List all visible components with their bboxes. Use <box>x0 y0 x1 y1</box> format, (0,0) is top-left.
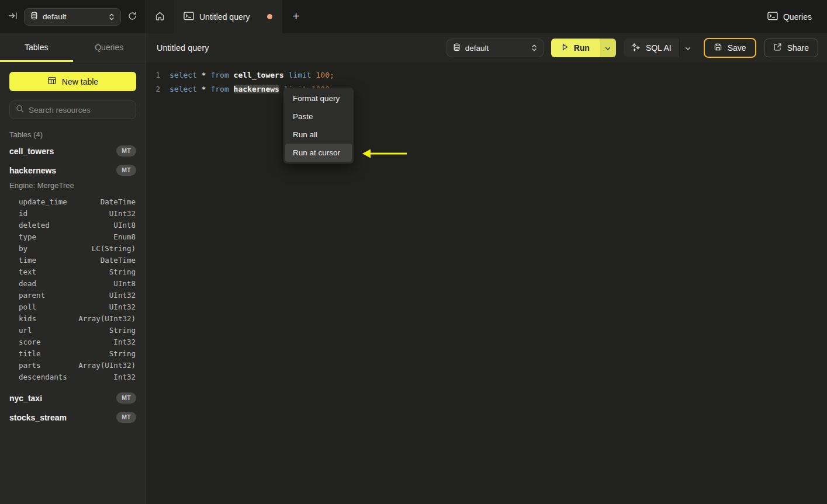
engine-badge: MT <box>116 165 136 176</box>
menu-item-format-query[interactable]: Format query <box>285 89 352 107</box>
column-name: by <box>19 244 27 253</box>
refresh-button[interactable] <box>127 11 137 23</box>
column-type: LC(String) <box>92 244 136 253</box>
engine-badge: MT <box>116 392 136 404</box>
column-row[interactable]: parentUInt32 <box>19 289 136 301</box>
sidebar-tab-tables[interactable]: Tables <box>0 33 73 61</box>
database-selector-value: default <box>465 44 489 53</box>
sql-ai-button[interactable]: SQL AI <box>624 39 679 57</box>
refresh-icon <box>127 11 137 23</box>
column-name: kids <box>19 314 36 323</box>
column-name: title <box>19 349 41 358</box>
column-type: DateTime <box>101 256 136 265</box>
column-name: update_time <box>19 197 67 206</box>
column-row[interactable]: urlString <box>19 324 136 336</box>
column-name: descendants <box>19 373 67 381</box>
new-table-button[interactable]: New table <box>9 72 136 91</box>
terminal-icon <box>767 12 778 22</box>
search-input[interactable] <box>29 106 130 114</box>
search-icon <box>16 105 24 115</box>
table-grid-icon <box>47 76 57 87</box>
annotation-arrow-left <box>361 147 409 160</box>
sql-editor[interactable]: 1select * from cell_towers limit 100;2se… <box>146 62 827 504</box>
ai-sparkles-icon <box>631 43 641 54</box>
chevron-up-down-icon <box>531 44 537 52</box>
column-type: UInt32 <box>109 303 136 311</box>
database-icon <box>453 43 461 53</box>
engine-label: Engine: MergeTree <box>0 180 146 193</box>
new-table-label: New table <box>62 77 98 86</box>
column-row[interactable]: textString <box>19 266 136 277</box>
column-row[interactable]: partsArray(UInt32) <box>19 359 136 371</box>
collapse-sidebar-button[interactable] <box>8 11 18 22</box>
column-row[interactable]: descendantsInt32 <box>19 371 136 383</box>
queries-button-label: Queries <box>783 12 812 22</box>
code-line[interactable]: 2select * from hackernews limit 1000 <box>146 82 827 96</box>
column-row[interactable]: byLC(String) <box>19 242 136 254</box>
column-row[interactable]: pollUInt32 <box>19 301 136 312</box>
menu-item-run-all[interactable]: Run all <box>285 126 352 144</box>
code-line[interactable]: 1select * from cell_towers limit 100; <box>146 68 827 82</box>
column-row[interactable]: timeDateTime <box>19 254 136 266</box>
line-number: 1 <box>146 71 160 79</box>
new-tab-button[interactable]: + <box>282 0 310 33</box>
column-row[interactable]: scoreInt32 <box>19 336 136 347</box>
column-name: score <box>19 338 41 346</box>
query-toolbar: Untitled query default Run <box>146 33 827 62</box>
tab-untitled-query[interactable]: Untitled query <box>174 0 282 33</box>
column-type: DateTime <box>101 197 136 206</box>
chevron-down-icon <box>605 44 611 53</box>
column-name: dead <box>19 279 36 288</box>
column-name: parts <box>19 361 41 370</box>
column-row[interactable]: typeEnum8 <box>19 231 136 242</box>
share-button[interactable]: Share <box>764 39 818 57</box>
column-name: id <box>19 209 27 218</box>
play-icon <box>561 43 569 53</box>
column-type: UInt8 <box>113 221 136 230</box>
run-button-label: Run <box>574 43 590 53</box>
share-button-label: Share <box>787 43 809 53</box>
line-number: 2 <box>146 85 160 93</box>
table-name: cell_towers <box>9 147 54 156</box>
database-selector-topbar[interactable]: default <box>24 8 121 26</box>
floppy-disk-icon <box>714 43 722 53</box>
table-row-hackernews[interactable]: hackernews MT <box>0 161 146 180</box>
run-options-button[interactable] <box>600 39 616 57</box>
column-type: Enum8 <box>113 232 136 241</box>
column-row[interactable]: deletedUInt8 <box>19 219 136 231</box>
save-button-label: Save <box>728 43 746 53</box>
column-row[interactable]: update_timeDateTime <box>19 196 136 207</box>
table-row-stocks-stream[interactable]: stocks_stream MT <box>0 408 146 427</box>
column-type: Array(UInt32) <box>78 361 136 370</box>
table-row-cell-towers[interactable]: cell_towers MT <box>0 141 146 161</box>
queries-button[interactable]: Queries <box>767 0 812 33</box>
topbar-sidebar-section: default <box>0 0 146 33</box>
column-type: Array(UInt32) <box>78 314 136 323</box>
menu-item-run-at-cursor[interactable]: Run at cursor <box>285 144 352 162</box>
column-name: poll <box>19 303 36 311</box>
column-row[interactable]: titleString <box>19 347 136 359</box>
column-row[interactable]: kidsArray(UInt32) <box>19 312 136 324</box>
tab-strip: Untitled query + <box>146 0 767 33</box>
sidebar: Tables Queries New table Tables (4) cell… <box>0 33 146 504</box>
database-selector-value: default <box>43 12 67 21</box>
sql-ai-options-button[interactable] <box>679 39 696 57</box>
app: default Untitled query <box>0 0 827 504</box>
database-icon <box>30 12 38 22</box>
menu-item-paste[interactable]: Paste <box>285 107 352 126</box>
table-row-nyc-taxi[interactable]: nyc_taxi MT <box>0 388 146 408</box>
run-button[interactable]: Run <box>551 39 600 57</box>
column-row[interactable]: deadUInt8 <box>19 277 136 289</box>
save-button[interactable]: Save <box>704 38 756 58</box>
column-type: String <box>109 326 136 335</box>
chevron-up-down-icon <box>109 13 115 21</box>
sidebar-tab-queries[interactable]: Queries <box>73 33 146 61</box>
home-button[interactable] <box>146 0 174 33</box>
sql-ai-split-button: SQL AI <box>624 39 696 57</box>
column-type: String <box>109 349 136 358</box>
table-name: stocks_stream <box>9 413 67 422</box>
database-selector-toolbar[interactable]: default <box>447 39 544 57</box>
column-row[interactable]: idUInt32 <box>19 207 136 219</box>
collapse-sidebar-icon <box>8 11 18 22</box>
chevron-down-icon <box>685 44 691 53</box>
